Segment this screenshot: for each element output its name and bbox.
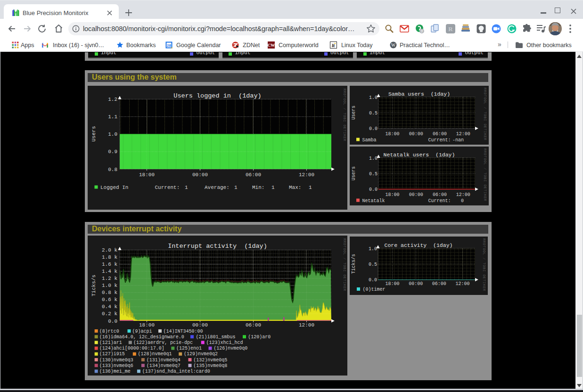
svg-text:Users logged in (1day): Users logged in (1day) <box>173 92 261 99</box>
svg-text:06:00: 06:00 <box>433 192 447 197</box>
svg-text:(0)timer: (0)timer <box>363 287 386 292</box>
svg-text:00:00: 00:00 <box>192 322 208 328</box>
svg-text:0.0: 0.0 <box>369 278 377 283</box>
svg-text:Min:: Min: <box>252 185 264 190</box>
svg-text:(9)acpi: (9)acpi <box>132 329 152 334</box>
svg-text:RRDTOOL / TOBI OETIKER: RRDTOOL / TOBI OETIKER <box>343 238 346 291</box>
svg-text:00:00: 00:00 <box>409 131 423 137</box>
svg-text:1.8 k: 1.8 k <box>102 254 117 260</box>
svg-text:12:00: 12:00 <box>456 192 470 197</box>
svg-text:(21)i801_smbus: (21)i801_smbus <box>196 335 235 340</box>
svg-text:RRDTOOL / TOBI OETIKER: RRDTOOL / TOBI OETIKER <box>483 88 487 140</box>
svg-text:Logged In: Logged In <box>100 185 128 190</box>
svg-text:(132)nvme0q5: (132)nvme0q5 <box>193 358 227 363</box>
svg-text:1.0: 1.0 <box>369 156 378 161</box>
svg-text:1: 1 <box>271 185 275 190</box>
svg-text:(16)idma64.0, i2c_designware.0: (16)idma64.0, i2c_designware.0 <box>99 335 184 340</box>
svg-text:(136)mei_me: (136)mei_me <box>99 369 131 374</box>
svg-text:06:00: 06:00 <box>432 281 446 286</box>
svg-text:Current:: Current: <box>155 185 180 190</box>
svg-text:Netatalk: Netatalk <box>362 198 385 204</box>
svg-text:(133)nvme0q6: (133)nvme0q6 <box>99 363 133 368</box>
svg-text:00:00: 00:00 <box>192 172 208 178</box>
svg-text:1.0 k: 1.0 k <box>102 283 117 288</box>
svg-text:00:00: 00:00 <box>409 192 423 197</box>
svg-text:0.4 k: 0.4 k <box>102 304 117 310</box>
svg-text:0.0: 0.0 <box>108 318 117 324</box>
svg-text:(14)INT3450:00: (14)INT3450:00 <box>164 329 203 334</box>
svg-text:1: 1 <box>185 185 188 190</box>
svg-text:0.0: 0.0 <box>369 126 378 131</box>
svg-text:Average:: Average: <box>205 185 230 190</box>
svg-text:28: 28 <box>167 43 171 48</box>
svg-text:0: 0 <box>461 198 464 204</box>
svg-text:0.8 k: 0.8 k <box>102 290 117 295</box>
svg-text:?: ? <box>420 29 423 33</box>
svg-text:1.0: 1.0 <box>369 95 378 100</box>
svg-text:(135)nvme0q8: (135)nvme0q8 <box>193 363 227 368</box>
svg-text:12:00: 12:00 <box>456 131 470 137</box>
svg-text:0.9: 0.9 <box>108 149 117 155</box>
svg-text:0.5: 0.5 <box>369 262 377 267</box>
svg-text:Samba users (1day): Samba users (1day) <box>388 91 450 97</box>
svg-text:0.0: 0.0 <box>369 187 378 192</box>
svg-text:Samba: Samba <box>362 138 377 143</box>
svg-text:06:00: 06:00 <box>246 172 261 178</box>
svg-text:18:00: 18:00 <box>385 192 399 197</box>
svg-text:2.0 k: 2.0 k <box>102 247 117 253</box>
svg-text:12:00: 12:00 <box>299 172 314 178</box>
svg-text:18:00: 18:00 <box>139 322 155 328</box>
svg-text:(124)ahci[0000:00:17.0]: (124)ahci[0000:00:17.0] <box>99 346 164 351</box>
svg-text:(127)i915: (127)i915 <box>99 351 125 357</box>
svg-text:(131)nvme0q4: (131)nvme0q4 <box>147 358 181 363</box>
svg-text:Users: Users <box>91 126 97 141</box>
svg-text:1.6 k: 1.6 k <box>102 261 117 267</box>
svg-text:CW: CW <box>268 43 275 48</box>
svg-text:0.6 k: 0.6 k <box>102 297 117 302</box>
svg-text:(122)aerdrv, pcie-dpc: (122)aerdrv, pcie-dpc <box>133 340 193 345</box>
svg-text:(123)xhci_hcd: (123)xhci_hcd <box>206 340 243 345</box>
svg-text:1.1: 1.1 <box>108 114 117 120</box>
svg-text:(130)nvme0q3: (130)nvme0q3 <box>99 358 133 363</box>
svg-text:00:00: 00:00 <box>409 281 423 286</box>
svg-text:RRDTOOL / TOBI OETIKER: RRDTOOL / TOBI OETIKER <box>343 89 346 141</box>
svg-text:1: 1 <box>309 185 312 190</box>
svg-text:(8)rtc0: (8)rtc0 <box>99 329 119 334</box>
svg-text:18:00: 18:00 <box>139 172 155 178</box>
svg-text:1: 1 <box>234 185 238 190</box>
svg-text:Ticks/s: Ticks/s <box>351 254 356 274</box>
svg-text:18:00: 18:00 <box>385 281 399 286</box>
svg-text:1.0: 1.0 <box>108 131 117 137</box>
svg-text:1.2: 1.2 <box>108 97 117 102</box>
svg-text:Core activity (1day): Core activity (1day) <box>385 242 453 248</box>
svg-text:Users: Users <box>351 166 356 180</box>
svg-text:Netatalk users (1day): Netatalk users (1day) <box>384 152 455 158</box>
svg-text:0.2 k: 0.2 k <box>102 311 117 317</box>
svg-text:Interrupt activity (1day): Interrupt activity (1day) <box>168 243 267 250</box>
svg-text:(134)nvme0q7: (134)nvme0q7 <box>147 363 181 368</box>
svg-text:-nan: -nan <box>452 138 464 143</box>
svg-text:W: W <box>391 43 395 48</box>
svg-text:Ticks/s: Ticks/s <box>91 275 97 296</box>
svg-text:1.0: 1.0 <box>369 246 377 252</box>
svg-text:Max:: Max: <box>289 185 301 190</box>
svg-text:Users: Users <box>351 106 356 120</box>
svg-text:06:00: 06:00 <box>433 131 447 137</box>
svg-text:12:00: 12:00 <box>299 322 314 328</box>
svg-text:Current:: Current: <box>428 138 451 143</box>
svg-text:1.2 k: 1.2 k <box>102 276 117 281</box>
svg-text:12:00: 12:00 <box>456 281 470 286</box>
svg-text:0.8: 0.8 <box>108 167 117 172</box>
svg-text:RRDTOOL / TOBI OETIKER: RRDTOOL / TOBI OETIKER <box>483 148 487 201</box>
svg-text:Current:: Current: <box>428 198 451 204</box>
svg-text:1.4 k: 1.4 k <box>102 269 117 274</box>
svg-text:RRDTOOL / TOBI OETIKER: RRDTOOL / TOBI OETIKER <box>482 238 486 291</box>
svg-text:(126)nvme0q0: (126)nvme0q0 <box>213 346 247 351</box>
svg-text:(125)eno1: (125)eno1 <box>176 346 202 351</box>
svg-text:(129)nvme0q2: (129)nvme0q2 <box>184 351 218 357</box>
svg-text:0.5: 0.5 <box>369 172 378 177</box>
svg-text:(128)nvme0q1: (128)nvme0q1 <box>138 351 172 357</box>
svg-text:06:00: 06:00 <box>246 322 261 328</box>
svg-text:R: R <box>448 25 453 33</box>
svg-text:(121)ar1: (121)ar1 <box>99 340 122 345</box>
